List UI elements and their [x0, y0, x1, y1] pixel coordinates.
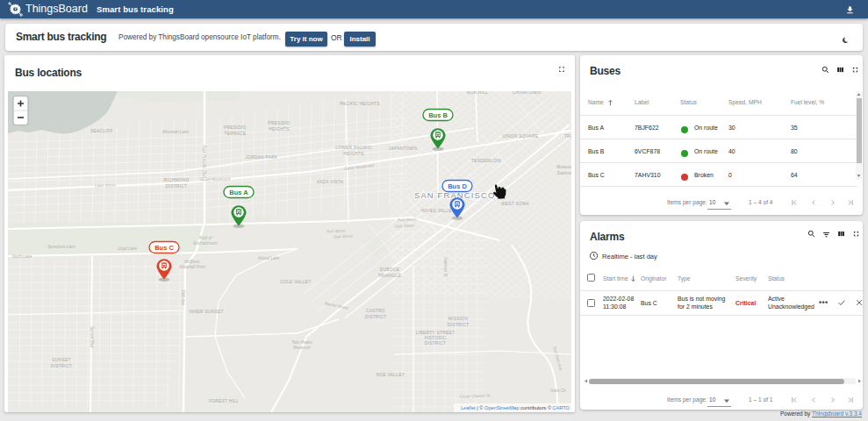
svg-text:HISTORIC: HISTORIC [424, 336, 446, 340]
svg-text:Islais Ck: Islais Ck [550, 389, 566, 393]
svg-text:CASTRO: CASTRO [366, 309, 385, 313]
svg-text:HEIGHTS: HEIGHTS [343, 152, 363, 156]
svg-text:DISTRICT: DISTRICT [51, 364, 73, 368]
svg-text:McBoon: McBoon [185, 260, 200, 264]
svg-text:Enchantment: Enchantment [193, 241, 218, 246]
svg-text:HAYES VALLEY: HAYES VALLEY [421, 209, 456, 213]
svg-text:Sunset Blvd: Sunset Blvd [90, 326, 94, 348]
svg-text:NOE VALLEY: NOE VALLEY [377, 373, 405, 377]
svg-text:Swimming: Swimming [557, 171, 571, 175]
svg-text:Bus B: Bus B [428, 111, 448, 119]
svg-text:CHINATOWN: CHINATOWN [513, 91, 541, 95]
svg-text:Spreckels Lake: Spreckels Lake [47, 245, 75, 249]
svg-text:RICHMOND: RICHMOND [164, 178, 190, 182]
svg-text:Lake Street: Lake Street [95, 183, 116, 189]
svg-text:Waterfall Point: Waterfall Point [179, 265, 206, 269]
svg-text:HEIGHTS: HEIGHTS [269, 127, 289, 132]
svg-text:ANZA VISTA: ANZA VISTA [317, 180, 344, 184]
svg-text:Park Presidio Blvd: Park Presidio Blvd [202, 145, 206, 178]
svg-text:DISTRICT: DISTRICT [365, 315, 387, 319]
svg-text:Mountain Lake: Mountain Lake [162, 130, 190, 134]
svg-text:FOREST HILL: FOREST HILL [209, 399, 239, 403]
svg-text:Bus D: Bus D [448, 182, 467, 190]
svg-text:LOWER PACIFIC: LOWER PACIFIC [335, 146, 372, 150]
svg-text:INNER SUNSET: INNER SUNSET [189, 310, 223, 314]
svg-text:UNION SQUARE: UNION SQUARE [503, 134, 539, 139]
svg-text:DISTRICT: DISTRICT [166, 184, 188, 189]
svg-text:Twin Peaks: Twin Peaks [291, 340, 312, 345]
svg-text:19th Ave: 19th Ave [181, 289, 185, 305]
svg-text:NOB HILL: NOB HILL [467, 91, 488, 95]
svg-text:Museum P: Museum P [556, 165, 571, 169]
svg-text:TENDERLOIN: TENDERLOIN [471, 159, 501, 163]
svg-text:Leaflet | © OpenStreetMap cont: Leaflet | © OpenStreetMap contributors ©… [461, 405, 570, 410]
svg-text:Bus C: Bus C [154, 244, 174, 252]
svg-text:PRESIDIO: PRESIDIO [268, 121, 290, 125]
svg-text:MISSION: MISSION [448, 317, 469, 321]
svg-text:Reservoir: Reservoir [293, 346, 311, 350]
svg-text:COLE VALLEY: COLE VALLEY [280, 280, 312, 284]
svg-text:TERRACE: TERRACE [224, 132, 246, 136]
svg-text:WEST SOMA: WEST SOMA [501, 202, 529, 206]
svg-text:DISTRICT: DISTRICT [425, 341, 447, 346]
svg-text:Bus A: Bus A [229, 189, 248, 196]
svg-text:PRESIDIO: PRESIDIO [224, 125, 246, 130]
svg-text:TRAN: TRAN [564, 134, 571, 139]
svg-text:North Lake: North Lake [12, 254, 32, 259]
svg-text:Pool of: Pool of [199, 236, 212, 240]
svg-text:TRIANGLE: TRIANGLE [378, 274, 401, 278]
svg-text:JORDAN PARK: JORDAN PARK [245, 155, 278, 160]
svg-text:Lloyd Lake: Lloyd Lake [118, 246, 138, 251]
svg-text:SEACLIFF: SEACLIFF [90, 129, 112, 133]
svg-text:SUNSET: SUNSET [52, 358, 70, 362]
svg-text:JAPANTOWN: JAPANTOWN [389, 146, 418, 151]
svg-text:Alvord Lake: Alvord Lake [257, 256, 280, 260]
svg-text:Valencia St: Valencia St [443, 256, 448, 277]
svg-text:DISTRICT: DISTRICT [448, 323, 470, 327]
svg-text:PACIFIC HEIGHTS: PACIFIC HEIGHTS [340, 102, 380, 106]
svg-text:DUBOCE: DUBOCE [380, 268, 399, 272]
svg-text:LIBERTY STREET: LIBERTY STREET [416, 331, 455, 335]
